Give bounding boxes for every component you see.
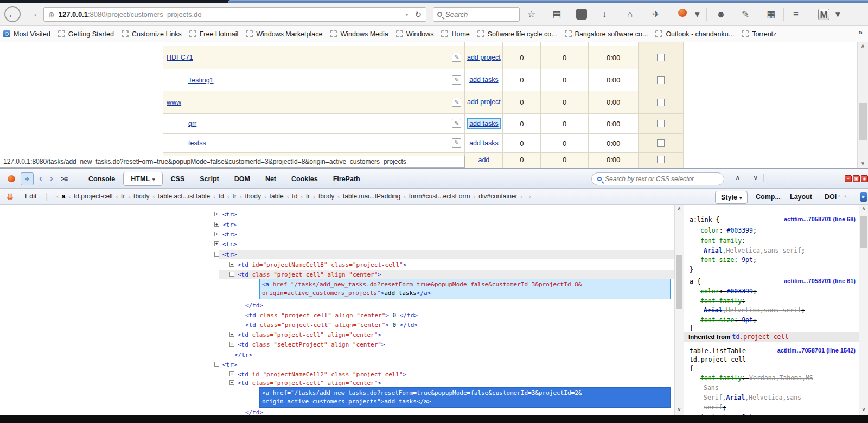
scroll-up-icon[interactable]: ∧: [859, 206, 868, 213]
row-checkbox[interactable]: [657, 156, 665, 163]
html-tree-line[interactable]: +<tr>: [222, 230, 237, 239]
stylesheet-source-link[interactable]: actitim...7058701 (line 61): [784, 278, 856, 284]
customer-link[interactable]: HDFC71: [167, 54, 193, 61]
collapse-icon[interactable]: −: [214, 362, 219, 367]
collapse-icon[interactable]: −: [214, 252, 219, 257]
mcafee-icon[interactable]: M: [818, 9, 829, 20]
stylesheet-source-link[interactable]: actitim...7058701 (line 1542): [777, 347, 856, 354]
edit-icon[interactable]: ✎: [452, 119, 461, 128]
scroll-up-icon[interactable]: ∧: [858, 43, 868, 50]
reading-list-icon[interactable]: ▤: [552, 9, 561, 21]
bookmark-item-customize-links[interactable]: Customize Links: [122, 30, 182, 38]
bookmark-item-outlook-chandanku[interactable]: Outlook - chandanku...: [655, 30, 734, 38]
side-tab-layout[interactable]: Layout: [784, 191, 818, 204]
expand-icon[interactable]: +: [214, 211, 219, 216]
bookmark-item-windows-media[interactable]: Windows Media: [330, 30, 388, 38]
edit-icon[interactable]: ✎: [452, 53, 461, 62]
breadcrumb-item-table[interactable]: table: [270, 193, 284, 200]
breadcrumb-item-tbody[interactable]: tbody: [318, 193, 334, 200]
browser-search-box[interactable]: [433, 7, 520, 22]
row-checkbox[interactable]: [657, 139, 665, 147]
tree-scrollbar[interactable]: ∧ ∨: [674, 205, 684, 415]
customer-link[interactable]: www: [167, 99, 181, 106]
stylesheet-source-link[interactable]: actitim...7058701 (line 68): [784, 216, 856, 222]
side-tab-comp[interactable]: Comp...: [750, 191, 786, 204]
expand-icon[interactable]: +: [214, 232, 219, 236]
breadcrumb-item-a[interactable]: a: [62, 193, 66, 200]
edit-icon[interactable]: ✎: [452, 75, 461, 85]
detach-button[interactable]: ▣: [853, 175, 860, 182]
action-link[interactable]: add: [478, 156, 489, 164]
project-link[interactable]: testss: [188, 139, 206, 147]
project-link[interactable]: Testing1: [188, 76, 214, 84]
html-tree-line[interactable]: +<td class="selectProject" align="center…: [238, 341, 385, 349]
page-scrollbar[interactable]: ∧ ∨: [857, 42, 868, 168]
inspect-element-button[interactable]: ⌖: [21, 172, 34, 185]
bookmark-item-windows-marketplace[interactable]: Windows Marketplace: [246, 30, 322, 38]
scroll-down-icon[interactable]: ∨: [858, 160, 868, 168]
back-button[interactable]: ←: [4, 6, 21, 22]
html-tree-line[interactable]: </td>: [245, 302, 263, 310]
tab-console[interactable]: Console: [81, 172, 122, 185]
firebug-caret-icon[interactable]: ▾: [695, 9, 700, 21]
edit-icon[interactable]: ✎: [452, 138, 461, 148]
breadcrumb-item-form-cust-ectsform[interactable]: form#cust...ectsForm: [409, 193, 470, 200]
scrollbar-thumb[interactable]: [859, 103, 867, 140]
browser-search-input[interactable]: [445, 10, 515, 18]
bookmark-item-bangalore-software-co[interactable]: Bangalore software co...: [565, 30, 648, 38]
reload-icon[interactable]: ↻: [414, 10, 422, 20]
breadcrumb-item-td[interactable]: td: [219, 193, 224, 200]
firebug-icon[interactable]: [678, 9, 687, 17]
html-tree-line[interactable]: <td class="project-cell" align="center">…: [245, 321, 418, 329]
tab-cookies[interactable]: Cookies: [284, 172, 325, 185]
send-tab-icon[interactable]: ✈: [652, 9, 660, 21]
html-tree-line[interactable]: −<td class="project-cell" align="center"…: [238, 271, 381, 279]
close-button[interactable]: ◉: [861, 175, 868, 182]
action-link[interactable]: add tasks: [469, 139, 499, 148]
tab-firepath[interactable]: FirePath: [326, 172, 367, 185]
html-tree-line[interactable]: +<tr>: [222, 221, 237, 229]
tab-script[interactable]: Script: [193, 172, 226, 185]
edit-button[interactable]: Edit: [25, 193, 37, 200]
emoticon-addon-icon[interactable]: ☻: [716, 9, 726, 21]
side-tab-style[interactable]: Style▾: [715, 191, 748, 204]
minimize-button[interactable]: −: [845, 175, 852, 182]
firebug-search-input[interactable]: [605, 175, 718, 183]
action-link[interactable]: add tasks: [469, 75, 499, 84]
row-checkbox[interactable]: [657, 99, 665, 106]
row-checkbox[interactable]: [657, 76, 665, 84]
breadcrumb-item-table-act-isttable[interactable]: table.act...istTable: [158, 193, 210, 200]
more-tabs-button[interactable]: ▶: [860, 192, 867, 202]
breadcrumb-item-div-container[interactable]: div#container: [478, 193, 517, 200]
edit-icon[interactable]: ✎: [452, 98, 461, 107]
row-checkbox[interactable]: [657, 54, 665, 61]
bookmark-item-software-life-cycle-co[interactable]: Software life cycle co...: [477, 30, 557, 38]
action-link[interactable]: add tasks: [467, 118, 501, 129]
tabs-scroll-left-icon[interactable]: ‹: [838, 193, 840, 199]
forward-button[interactable]: →: [25, 6, 41, 22]
selected-node[interactable]: <a href="/tasks/add_new_tasks.do?resetFo…: [259, 387, 671, 408]
expand-icon[interactable]: +: [229, 342, 234, 347]
tab-css[interactable]: CSS: [164, 172, 192, 185]
breadcrumb-item-tr[interactable]: tr: [306, 193, 310, 200]
search-prev-icon[interactable]: ∧: [730, 174, 745, 182]
breadcrumb-item-td-project-cell[interactable]: td.project-cell: [74, 193, 112, 200]
breadcrumb-item-table-mai-tpadding[interactable]: table.mai...tPadding: [343, 193, 400, 200]
tabs-scroll-right-icon[interactable]: ›: [844, 193, 846, 199]
collapse-icon[interactable]: −: [229, 380, 234, 385]
scroll-down-icon[interactable]: ∨: [859, 406, 868, 414]
firebug-logo-icon[interactable]: [8, 175, 15, 182]
breadcrumb-item-tr[interactable]: tr: [121, 193, 125, 200]
expand-icon[interactable]: +: [214, 241, 219, 246]
html-tree-line[interactable]: +<tr>: [222, 240, 237, 248]
firebug-search-box[interactable]: [591, 172, 724, 185]
expand-icon[interactable]: +: [214, 222, 219, 227]
bookmarks-overflow-chevron[interactable]: »: [859, 28, 863, 36]
url-dropdown-icon[interactable]: ▾: [405, 11, 408, 17]
style-scrollbar[interactable]: ∧ ∨: [859, 205, 868, 415]
downloads-icon[interactable]: ↓: [602, 9, 607, 21]
tab-html[interactable]: HTML▾: [123, 172, 162, 186]
bookmark-star-icon[interactable]: ☆: [527, 9, 535, 21]
tab-net[interactable]: Net: [258, 172, 283, 185]
html-tree-line[interactable]: </tr>: [234, 351, 252, 359]
